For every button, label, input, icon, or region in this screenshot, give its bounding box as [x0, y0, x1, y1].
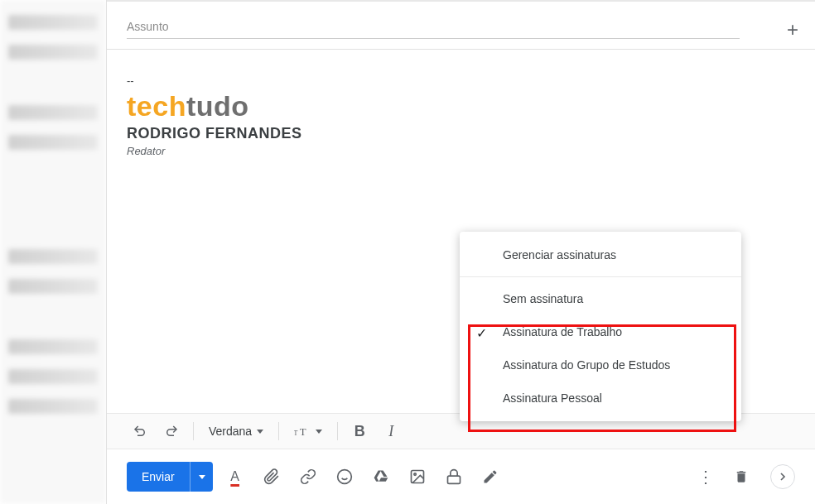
expand-button[interactable] [770, 464, 795, 489]
chevron-down-icon [257, 430, 263, 434]
signature-name: RODRIGO FERNANDES [127, 125, 795, 142]
menu-item-manage-signatures[interactable]: Gerenciar assinaturas [460, 238, 741, 271]
svg-text:T: T [294, 430, 298, 437]
font-family-select[interactable]: Verdana [202, 418, 270, 444]
logo-part-orange: tech [127, 90, 186, 122]
send-button-label: Enviar [127, 462, 190, 492]
menu-item-label: Assinatura de Trabalho [503, 325, 622, 338]
signature-separator: -- [127, 74, 795, 87]
send-button[interactable]: Enviar [127, 462, 213, 492]
insert-photo-button[interactable] [403, 463, 432, 491]
send-row: Enviar A ⋮ [107, 449, 815, 504]
text-color-button[interactable]: A [221, 463, 249, 491]
menu-item-label: Assinatura Pessoal [503, 391, 602, 405]
menu-item-signature-work[interactable]: ✓ Assinatura de Trabalho [460, 315, 741, 348]
signature-logo: techtudo [127, 90, 795, 122]
menu-item-signature-studies[interactable]: Assinatura do Grupo de Estudos [460, 348, 741, 382]
svg-point-2 [337, 470, 351, 484]
menu-item-signature-personal[interactable]: Assinatura Pessoal [460, 382, 741, 415]
more-options-button[interactable]: ⋮ [691, 463, 719, 491]
insert-link-button[interactable] [294, 463, 322, 491]
subject-input[interactable] [127, 15, 740, 39]
add-recipients-button[interactable]: + [787, 18, 798, 41]
confidential-mode-button[interactable] [440, 463, 468, 491]
menu-item-label: Gerenciar assinaturas [503, 248, 616, 262]
insert-signature-button[interactable] [476, 463, 504, 491]
redo-button[interactable] [158, 418, 185, 444]
menu-item-label: Sem assinatura [503, 292, 583, 305]
check-icon: ✓ [476, 325, 487, 341]
font-size-icon: TT [294, 425, 311, 438]
send-options-dropdown[interactable] [190, 462, 213, 492]
svg-point-6 [414, 473, 417, 476]
discard-draft-button[interactable] [727, 463, 755, 491]
logo-part-gray: tudo [186, 90, 249, 122]
svg-rect-7 [447, 476, 460, 483]
bold-button[interactable]: B [346, 418, 373, 444]
insert-emoji-button[interactable] [330, 463, 359, 491]
attach-file-button[interactable] [258, 463, 286, 491]
text-color-icon: A [230, 469, 239, 484]
chevron-down-icon [316, 430, 322, 434]
chevron-down-icon [199, 475, 205, 479]
undo-button[interactable] [127, 418, 153, 444]
menu-item-no-signature[interactable]: Sem assinatura [460, 282, 741, 315]
insert-drive-button[interactable] [367, 463, 395, 491]
signature-role: Redator [127, 145, 795, 157]
svg-text:T: T [300, 426, 306, 438]
font-family-label: Verdana [209, 425, 252, 438]
font-size-select[interactable]: TT [287, 418, 329, 444]
subject-row: + [107, 2, 815, 50]
sidebar-blurred [0, 0, 106, 504]
menu-item-label: Assinatura do Grupo de Estudos [503, 358, 670, 372]
italic-button[interactable]: I [378, 418, 404, 444]
menu-divider [460, 276, 741, 277]
signature-menu: Gerenciar assinaturas Sem assinatura ✓ A… [460, 232, 741, 421]
